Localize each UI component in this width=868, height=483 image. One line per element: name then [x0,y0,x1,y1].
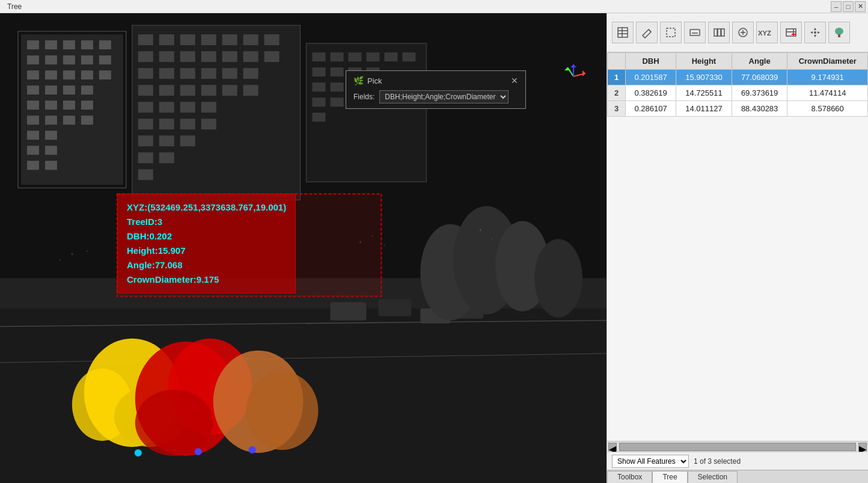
add-icon-button[interactable] [732,22,754,43]
svg-rect-134 [618,28,628,37]
svg-marker-133 [570,64,576,67]
cell-height: 14.725511 [676,85,732,101]
row-num: 2 [608,85,626,101]
remove-col-icon-button[interactable] [780,22,802,43]
svg-rect-87 [330,67,343,76]
svg-rect-75 [138,152,153,163]
cell-angle: 88.430283 [732,101,787,117]
svg-rect-60 [180,85,195,96]
scroll-thumb[interactable] [619,443,856,451]
svg-rect-68 [138,118,153,129]
svg-point-121 [87,251,88,252]
svg-rect-140 [690,29,700,35]
svg-rect-94 [330,97,343,106]
svg-rect-152 [786,29,796,36]
main-area: 🌿 Pick ✕ Fields: DBH;Height;Angle;CrownD… [0,13,868,483]
toolbar: XYZ [607,13,868,52]
select-icon-button[interactable] [660,22,682,43]
svg-rect-21 [81,85,93,94]
cell-dbh: 0.201587 [626,70,676,85]
table-row[interactable]: 3 0.286107 14.011127 88.430283 8.578660 [608,101,868,117]
svg-rect-56 [222,68,237,79]
svg-rect-66 [180,102,195,112]
tab-tree[interactable]: Tree [652,471,687,483]
svg-point-113 [135,390,213,456]
pick-title: Pick [367,76,382,85]
viewport[interactable]: 🌿 Pick ✕ Fields: DBH;Height;Angle;CrownD… [0,13,607,483]
svg-rect-55 [201,68,216,79]
svg-rect-81 [330,52,343,61]
cell-dbh: 0.286107 [626,101,676,117]
maximize-button[interactable]: □ [843,1,854,12]
scroll-right-button[interactable]: ▶ [858,443,867,451]
info-angle: Angle:77.068 [127,258,286,272]
svg-point-126 [480,229,481,231]
svg-rect-43 [243,34,258,45]
col-header-angle[interactable]: Angle [732,53,787,70]
pick-close-button[interactable]: ✕ [511,76,518,85]
svg-rect-72 [138,135,153,146]
data-table: DBH Height Angle CrownDiameter 1 0.20158… [607,52,868,117]
svg-rect-82 [348,52,361,61]
pick-popup[interactable]: 🌿 Pick ✕ Fields: DBH;Height;Angle;CrownD… [346,70,526,109]
move-icon-button[interactable] [804,22,826,43]
svg-rect-16 [81,70,93,79]
fields-dropdown[interactable]: DBH;Height;Angle;CrownDiameter [379,90,509,103]
svg-rect-44 [264,34,280,45]
svg-marker-131 [564,67,570,70]
svg-rect-14 [45,70,57,79]
table-row[interactable]: 1 0.201587 15.907330 77.068039 9.174931 [608,70,868,85]
svg-rect-86 [312,67,325,76]
svg-rect-62 [222,85,237,96]
svg-rect-91 [330,82,343,91]
svg-rect-38 [138,34,153,45]
svg-rect-145 [714,29,717,36]
col-header-height[interactable]: Height [676,53,732,70]
svg-rect-53 [159,68,174,79]
svg-rect-52 [138,68,153,79]
svg-rect-4 [45,40,57,49]
scroll-left-button[interactable]: ◀ [608,443,617,451]
svg-rect-77 [138,169,153,180]
svg-rect-101 [378,300,411,316]
xyz-icon-button[interactable]: XYZ [756,22,778,43]
close-button[interactable]: ✕ [855,1,866,12]
pick-icon: 🌿 [353,76,364,85]
table-row[interactable]: 2 0.382619 14.725511 69.373619 11.474114 [608,85,868,101]
svg-rect-28 [63,115,75,125]
tab-toolbox[interactable]: Toolbox [607,471,652,483]
tree-icon-button[interactable] [828,22,850,43]
cell-angle: 69.373619 [732,85,787,101]
horizontal-scrollbar[interactable]: ◀ ▶ [607,441,868,452]
col-header-dbh[interactable]: DBH [626,53,676,70]
bottom-tabs: Toolbox Tree Selection [607,470,868,483]
tab-selection[interactable]: Selection [688,471,738,483]
svg-rect-40 [180,34,195,45]
svg-point-120 [71,253,73,255]
svg-rect-15 [63,70,75,79]
svg-rect-45 [138,51,153,62]
cell-angle: 77.068039 [732,70,787,85]
data-table-container: DBH Height Angle CrownDiameter 1 0.20158… [607,52,868,441]
info-crown: CrownDiameter:9.175 [127,272,286,287]
svg-rect-61 [201,85,216,96]
svg-rect-67 [201,102,216,112]
svg-rect-76 [159,152,174,163]
table-icon-button[interactable] [612,22,634,43]
col-header-crown[interactable]: CrownDiameter [787,53,868,70]
columns-icon-button[interactable] [708,22,730,43]
edit-icon-button[interactable] [636,22,658,43]
cell-crown: 11.474114 [787,85,868,101]
svg-point-124 [371,235,373,236]
show-features-dropdown[interactable]: Show All Features [612,455,689,468]
axis-indicator [558,61,588,91]
minimize-button[interactable]: – [831,1,842,12]
keyboard-icon-button[interactable] [684,22,706,43]
svg-point-157 [835,28,843,35]
cell-crown: 8.578660 [787,101,868,117]
svg-rect-20 [63,85,75,94]
svg-rect-69 [159,118,174,129]
bottom-bar: Show All Features 1 of 3 selected [607,452,868,470]
svg-rect-8 [27,55,39,64]
info-dbh: DBH:0.202 [127,229,286,244]
